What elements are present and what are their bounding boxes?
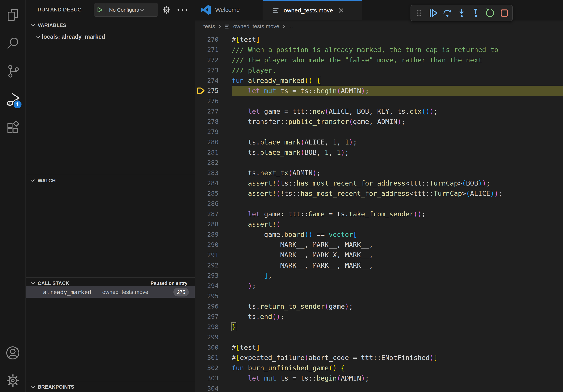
code-area[interactable]: 270#[test]271/// When a position is alre… (195, 33, 563, 392)
code-line[interactable]: 270#[test] (195, 34, 563, 45)
breakpoint-margin[interactable] (195, 240, 205, 250)
breakpoint-margin[interactable] (195, 291, 205, 301)
gutter[interactable]: 290 (195, 240, 232, 250)
gutter[interactable]: 280 (195, 137, 232, 147)
gutter[interactable]: 281 (195, 147, 232, 157)
breakpoint-margin[interactable] (195, 383, 205, 392)
breakpoint-margin[interactable] (195, 117, 205, 127)
code-line[interactable]: 292 MARK__, MARK__, MARK__, (195, 260, 563, 270)
breakpoint-margin[interactable] (195, 127, 205, 137)
breadcrumb-more[interactable]: ... (288, 23, 293, 30)
code-line[interactable]: 280 ts.place_mark(ALICE, 1, 1); (195, 137, 563, 147)
gutter[interactable]: 277 (195, 106, 232, 117)
code-line[interactable]: 282 (195, 157, 563, 168)
gutter[interactable]: 304 (195, 383, 232, 392)
code-line[interactable]: 283 ts.next_tx(ADMIN); (195, 168, 563, 178)
code-line[interactable]: 302fun burn_unfinished_game() { (195, 363, 563, 373)
breakpoint-margin[interactable] (195, 301, 205, 312)
breakpoint-margin[interactable] (195, 147, 205, 157)
breakpoint-margin[interactable] (195, 106, 205, 117)
breakpoint-margin[interactable] (195, 75, 205, 86)
breadcrumb-file[interactable]: owned_tests.move (233, 23, 279, 30)
gutter[interactable]: 275 (195, 86, 232, 96)
breakpoint-margin[interactable] (195, 270, 205, 281)
gutter[interactable]: 282 (195, 157, 232, 168)
breakpoint-margin[interactable] (195, 55, 205, 65)
gutter[interactable]: 284 (195, 178, 232, 188)
gutter[interactable]: 294 (195, 281, 232, 291)
breakpoint-margin[interactable] (195, 353, 205, 363)
toolbar-drag-grip[interactable] (414, 8, 424, 19)
gutter[interactable]: 285 (195, 188, 232, 198)
gutter[interactable]: 287 (195, 209, 232, 219)
code-line[interactable]: 279 (195, 127, 563, 137)
gutter[interactable]: 279 (195, 127, 232, 137)
code-line[interactable]: 301#[expected_failure(abort_code = ttt::… (195, 353, 563, 363)
breakpoint-margin[interactable] (195, 65, 205, 75)
gutter[interactable]: 288 (195, 219, 232, 229)
gutter[interactable]: 295 (195, 291, 232, 301)
run-and-debug-icon[interactable]: 1 (0, 87, 26, 111)
breakpoint-margin[interactable] (195, 219, 205, 229)
breakpoint-margin[interactable] (195, 96, 205, 106)
breakpoint-margin[interactable] (195, 168, 205, 178)
breadcrumb-folder[interactable]: tests (203, 23, 215, 30)
code-line[interactable]: 291 MARK__, MARK_X, MARK__, (195, 250, 563, 260)
code-line[interactable]: 299 (195, 332, 563, 342)
breakpoint-margin[interactable] (195, 157, 205, 168)
breakpoint-margin[interactable] (195, 363, 205, 373)
gutter[interactable]: 286 (195, 198, 232, 209)
breakpoint-margin[interactable] (195, 332, 205, 342)
code-line[interactable]: 300#[test] (195, 342, 563, 353)
tab-welcome[interactable]: Welcome (195, 0, 263, 20)
gutter[interactable]: 301 (195, 353, 232, 363)
gutter[interactable]: 292 (195, 260, 232, 270)
code-line[interactable]: 297 ts.end(); (195, 312, 563, 322)
close-tab-icon[interactable] (338, 8, 344, 13)
breakpoint-margin[interactable] (195, 260, 205, 270)
code-line[interactable]: 274fun already_marked() { (195, 75, 563, 86)
step-out-button[interactable] (471, 8, 481, 19)
breakpoint-margin[interactable] (195, 373, 205, 383)
gutter[interactable]: 293 (195, 270, 232, 281)
code-line[interactable]: 298} (195, 322, 563, 332)
code-line[interactable]: 285 assert!(!ts::has_most_recent_for_add… (195, 188, 563, 198)
code-line[interactable]: 276 (195, 96, 563, 106)
code-line[interactable]: 273/// player. (195, 65, 563, 75)
gutter[interactable]: 273 (195, 65, 232, 75)
code-line[interactable]: 281 ts.place_mark(BOB, 1, 1); (195, 147, 563, 157)
code-line[interactable]: 277 let game = ttt::new(ALICE, BOB, KEY,… (195, 106, 563, 117)
gutter[interactable]: 298 (195, 322, 232, 332)
settings-gear-icon[interactable] (0, 369, 26, 392)
code-line[interactable]: 278 transfer::public_transfer(game, ADMI… (195, 117, 563, 127)
breakpoint-margin[interactable] (195, 312, 205, 322)
breakpoint-margin[interactable] (195, 322, 205, 332)
gutter[interactable]: 278 (195, 117, 232, 127)
gutter[interactable]: 299 (195, 332, 232, 342)
breakpoint-margin[interactable] (195, 178, 205, 188)
watch-section-header[interactable]: WATCH (26, 175, 195, 186)
gutter[interactable]: 271 (195, 45, 232, 55)
more-actions-icon[interactable] (178, 9, 187, 11)
gutter[interactable]: 291 (195, 250, 232, 260)
code-line[interactable]: 287 let game: ttt::Game = ts.take_from_s… (195, 209, 563, 219)
code-line[interactable]: 304 (195, 383, 563, 392)
gutter[interactable]: 270 (195, 34, 232, 45)
tab-owned-tests-move[interactable]: owned_tests.move (263, 0, 362, 20)
gutter[interactable]: 272 (195, 55, 232, 65)
locals-scope-row[interactable]: locals: already_marked (26, 32, 195, 43)
stop-button[interactable] (499, 8, 509, 19)
code-line[interactable]: 272/// the player who made the "false" m… (195, 55, 563, 65)
code-line[interactable]: 271/// When a position is already marked… (195, 45, 563, 55)
breakpoint-margin[interactable] (195, 342, 205, 353)
variables-section-header[interactable]: VARIABLES (26, 20, 195, 31)
start-debug-icon[interactable] (94, 7, 106, 13)
explorer-icon[interactable] (0, 3, 26, 27)
breakpoint-margin[interactable] (195, 34, 205, 45)
gutter[interactable]: 296 (195, 301, 232, 312)
breakpoint-margin[interactable] (195, 137, 205, 147)
gutter[interactable]: 274 (195, 75, 232, 86)
code-line[interactable]: 289 game.board() == vector[ (195, 229, 563, 240)
gutter[interactable]: 302 (195, 363, 232, 373)
code-line[interactable]: 275 let mut ts = ts::begin(ADMIN); (195, 86, 563, 96)
